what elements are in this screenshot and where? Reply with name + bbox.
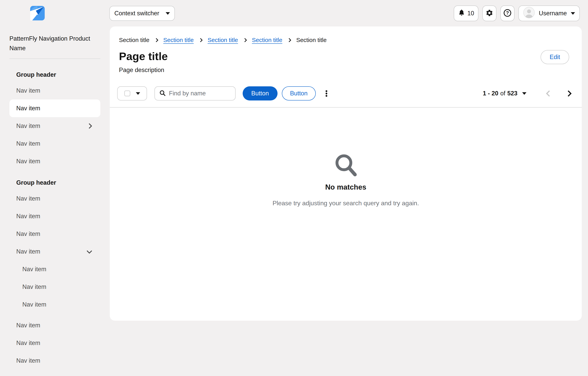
nav-item-label: Nav item: [22, 301, 46, 308]
breadcrumb-link[interactable]: Section title: [208, 37, 238, 43]
toolbar: Button Button 1 - 20 of 523: [117, 86, 574, 100]
breadcrumb-item: Section title: [296, 37, 326, 43]
nav-item[interactable]: Nav item: [10, 82, 100, 100]
kebab-icon: [326, 90, 327, 97]
kebab-menu-button[interactable]: [324, 89, 328, 98]
caret-down-icon: [136, 92, 140, 95]
nav-item-label: Nav item: [16, 230, 40, 237]
nav-item-label: Nav item: [22, 283, 46, 290]
nav-group-header: Group header: [10, 68, 100, 82]
nav-item-label: Nav item: [16, 122, 40, 130]
empty-state-title: No matches: [325, 183, 366, 191]
pagination: 1 - 20 of 523: [483, 90, 574, 97]
search-icon: [159, 90, 166, 97]
caret-down-icon: [571, 12, 575, 15]
nav-item[interactable]: Nav item: [10, 225, 100, 243]
bulk-select-dropdown[interactable]: [117, 86, 147, 100]
search-box: [155, 86, 236, 100]
empty-state: No matches Please try adjusting your sea…: [110, 153, 582, 207]
nav-item-label: Nav item: [16, 105, 40, 112]
sidebar-nav: Group headerNav itemNav itemNav itemNav …: [5, 68, 100, 370]
nav-item-label: Nav item: [16, 213, 40, 220]
search-input[interactable]: [168, 90, 231, 97]
bell-icon: [458, 9, 465, 18]
nav-item[interactable]: Nav item: [10, 352, 100, 370]
magnifier-empty-icon: [334, 153, 357, 177]
toolbar-divider: [110, 107, 582, 108]
pagination-of-label: of: [500, 90, 505, 97]
nav-item-label: Nav item: [16, 158, 40, 165]
breadcrumb-separator-icon: [154, 38, 158, 42]
nav-item[interactable]: Nav item: [10, 317, 100, 334]
context-switcher-label: Context switcher: [114, 10, 159, 17]
nav-item[interactable]: Nav item: [10, 243, 100, 260]
nav-item-label: Nav item: [16, 340, 40, 347]
breadcrumb-link[interactable]: Section title: [252, 37, 282, 43]
notification-count: 10: [467, 10, 474, 17]
notifications-button[interactable]: 10: [454, 5, 478, 21]
breadcrumb-link[interactable]: Section title: [163, 37, 194, 43]
pagination-total: 523: [507, 90, 517, 97]
nav-item[interactable]: Nav item: [10, 153, 100, 170]
nav-item[interactable]: Nav item: [10, 117, 100, 135]
breadcrumb-separator-icon: [243, 38, 247, 42]
nav-item[interactable]: Nav item: [10, 334, 100, 352]
page-description: Page description: [119, 66, 164, 74]
nav-item-label: Nav item: [16, 248, 40, 255]
nav-item-label: Nav item: [16, 87, 40, 94]
nav-item[interactable]: Nav item: [10, 190, 100, 207]
nav-item-label: Nav item: [16, 322, 40, 329]
primary-button[interactable]: Button: [243, 86, 278, 100]
nav-item-label: Nav item: [22, 266, 46, 273]
username-label: Username: [539, 10, 567, 17]
bulk-select-checkbox[interactable]: [124, 90, 130, 96]
pagination-range: 1 - 20: [483, 90, 498, 97]
nav-item[interactable]: Nav item: [10, 207, 100, 225]
nav-toggle-button[interactable]: [12, 11, 22, 21]
nav-subitem[interactable]: Nav item: [10, 278, 100, 296]
page-title: Page title: [119, 50, 168, 63]
nav-item-label: Nav item: [16, 140, 40, 147]
pagination-prev-button[interactable]: [546, 90, 552, 97]
nav-item-label: Nav item: [16, 195, 40, 202]
user-menu[interactable]: Username: [518, 5, 580, 21]
edit-button[interactable]: Edit: [541, 50, 569, 64]
caret-down-icon: [166, 12, 170, 15]
nav-item-label: Nav item: [16, 357, 40, 364]
secondary-button[interactable]: Button: [282, 86, 316, 100]
nav-item[interactable]: Nav item: [10, 100, 100, 117]
breadcrumb-separator-icon: [287, 38, 291, 42]
nav-group-header: Group header: [10, 176, 100, 190]
chevron-down-icon: [87, 248, 92, 254]
masthead-actions: 10 ?: [454, 5, 580, 21]
nav-item[interactable]: Nav item: [10, 135, 100, 153]
nav-subitem[interactable]: Nav item: [10, 296, 100, 313]
avatar: [523, 7, 535, 20]
masthead: Context switcher 10 ?: [0, 0, 588, 26]
settings-button[interactable]: [482, 5, 496, 21]
context-switcher[interactable]: Context switcher: [109, 6, 175, 21]
help-button[interactable]: ?: [500, 5, 514, 21]
sidebar-product-title: PatternFly Navigation Product Name: [10, 34, 94, 53]
content-card: Section titleSection titleSection titleS…: [110, 26, 582, 321]
gear-icon: [485, 9, 493, 18]
sidebar-divider: [10, 58, 100, 59]
pagination-next-button[interactable]: [565, 90, 572, 97]
nav-subitem[interactable]: Nav item: [10, 260, 100, 278]
svg-text:?: ?: [506, 10, 509, 15]
empty-state-description: Please try adjusting your search query a…: [273, 199, 419, 207]
brand-logo: [30, 6, 45, 20]
breadcrumb: Section titleSection titleSection titleS…: [119, 37, 326, 43]
breadcrumb-separator-icon: [199, 38, 203, 42]
help-icon: ?: [503, 9, 512, 18]
breadcrumb-item: Section title: [119, 37, 149, 43]
pagination-menu-toggle[interactable]: [522, 92, 526, 95]
chevron-right-icon: [87, 123, 92, 129]
